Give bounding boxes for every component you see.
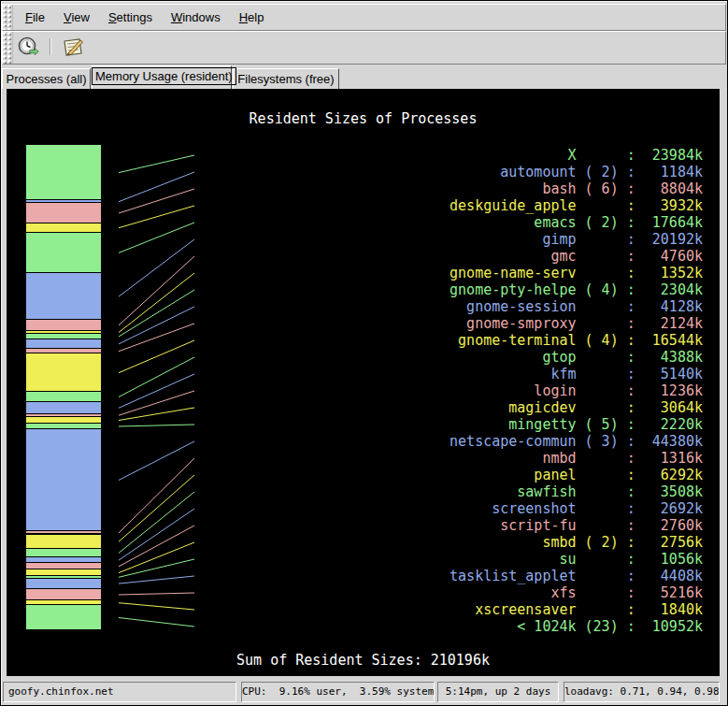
- menu-view[interactable]: View: [54, 7, 99, 28]
- tab-memory-usage-resident[interactable]: Memory Usage (resident): [92, 65, 232, 89]
- notebook-tab-bar: Processes (all)Memory Usage (resident)Fi…: [2, 65, 726, 89]
- menu-file[interactable]: File: [16, 7, 54, 28]
- process-row-xfs: xfs : 5216k: [450, 584, 703, 601]
- menubar-grip-handle[interactable]: [3, 5, 13, 30]
- process-row-deskguide-apple: deskguide_apple : 3932k: [450, 197, 703, 214]
- process-row-screenshot: screenshot : 2692k: [450, 500, 703, 517]
- gtop-window: FileViewSettingsWindowsHelp: [0, 0, 728, 706]
- toolbar-grip-handle[interactable]: [3, 32, 13, 64]
- menu-bar: FileViewSettingsWindowsHelp: [2, 4, 726, 31]
- process-row-gnome-session: gnome-session : 4128k: [450, 298, 703, 315]
- tab-label: Processes (all): [7, 72, 87, 86]
- process-row-mingetty: mingetty ( 5) : 2220k: [450, 416, 703, 433]
- resident-sum-label: Sum of Resident Sizes: 210196k: [7, 653, 720, 668]
- process-row-gtop: gtop : 4388k: [450, 349, 703, 366]
- process-row-panel: panel : 6292k: [450, 467, 703, 483]
- process-row-nmbd: nmbd : 1316k: [450, 450, 703, 467]
- process-row-gimp: gimp : 20192k: [450, 231, 703, 248]
- process-row-bash: bash ( 6) : 8804k: [450, 180, 703, 197]
- process-row-automount: automount ( 2) : 1184k: [450, 164, 703, 180]
- status-bar: goofy.chinfox.net CPU: 9.16% user, 3.59%…: [1, 680, 727, 705]
- edit-note-icon[interactable]: [57, 35, 87, 60]
- process-row-su: su : 1056k: [450, 551, 703, 568]
- process-row-gnome-terminal: gnome-terminal ( 4) : 16544k: [450, 332, 703, 349]
- clock-timer-icon[interactable]: [14, 35, 44, 60]
- time-uptime-panel: 5:14pm, up 2 days: [437, 682, 559, 702]
- process-row-gmc: gmc : 4760k: [450, 248, 703, 265]
- loadavg-panel: loadavg: 0.71, 0.94, 0.98: [564, 682, 720, 702]
- process-row-X: X : 23984k: [450, 147, 703, 164]
- process-row-gnome-smproxy: gnome-smproxy : 2124k: [450, 315, 703, 332]
- tab-filesystems-free[interactable]: Filesystems (free): [233, 68, 339, 89]
- process-row-netscape-commun: netscape-commun ( 3) : 44380k: [450, 433, 703, 450]
- toolbar-separator: [50, 38, 51, 55]
- process-row-tasklist-applet: tasklist_applet : 4408k: [450, 568, 703, 584]
- menu-items: FileViewSettingsWindowsHelp: [16, 5, 273, 30]
- hostname-panel: goofy.chinfox.net: [3, 682, 236, 702]
- tab-processes-all[interactable]: Processes (all): [2, 68, 91, 89]
- process-row-xscreensaver: xscreensaver : 1840k: [450, 601, 703, 618]
- process-row-script-fu: script-fu : 2760k: [450, 517, 703, 534]
- process-row--1024k: < 1024k (23) : 10952k: [450, 618, 703, 635]
- menu-settings[interactable]: Settings: [99, 7, 162, 28]
- process-row-magicdev: magicdev : 3064k: [450, 399, 703, 416]
- cpu-usage-panel: CPU: 9.16% user, 3.59% system: [241, 682, 435, 702]
- process-row-smbd: smbd ( 2) : 2756k: [450, 534, 703, 551]
- process-row-gnome-pty-helpe: gnome-pty-helpe ( 4) : 2304k: [450, 281, 703, 298]
- tab-label: Memory Usage (resident): [93, 68, 236, 84]
- process-row-sawfish: sawfish : 3508k: [450, 483, 703, 500]
- process-row-emacs: emacs ( 2) : 17664k: [450, 214, 703, 231]
- memory-usage-chart-area: Resident Sizes of Processes X : 23984k a…: [7, 89, 720, 676]
- process-row-kfm: kfm : 5140k: [450, 366, 703, 382]
- menu-windows[interactable]: Windows: [162, 7, 230, 28]
- toolbar: [2, 31, 726, 65]
- tab-label: Filesystems (free): [237, 72, 334, 86]
- process-row-gnome-name-serv: gnome-name-serv : 1352k: [450, 265, 703, 281]
- menu-help[interactable]: Help: [230, 7, 274, 28]
- process-row-login: login : 1236k: [450, 382, 703, 399]
